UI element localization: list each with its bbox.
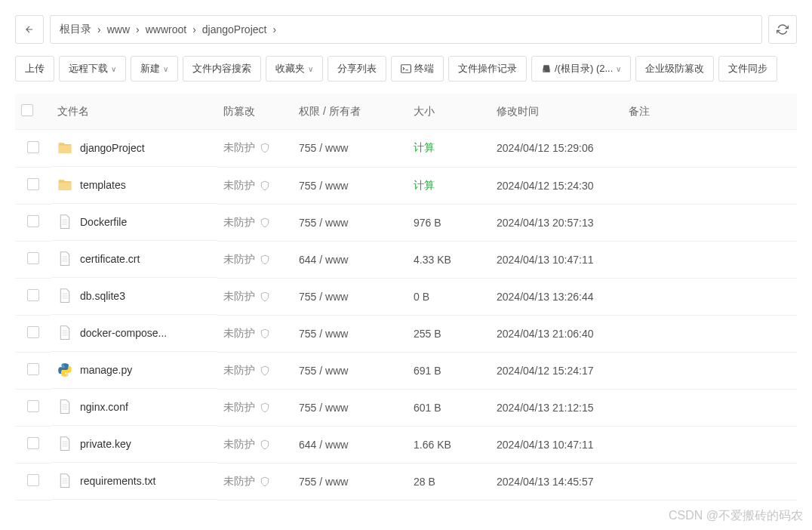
shield-icon[interactable] [260, 476, 270, 487]
permission-cell[interactable]: 644 / www [293, 241, 408, 278]
disk-icon [541, 63, 552, 74]
table-row[interactable]: manage.py未防护755 / www691 B2024/04/12 15:… [15, 352, 797, 389]
row-checkbox[interactable] [27, 400, 39, 412]
col-mtime[interactable]: 修改时间 [491, 94, 623, 130]
file-name[interactable]: manage.py [80, 364, 132, 376]
row-checkbox[interactable] [27, 326, 39, 338]
col-size[interactable]: 大小 [408, 94, 491, 130]
col-remark[interactable]: 备注 [623, 94, 797, 130]
table-row[interactable]: certificate.crt未防护644 / www4.33 KB2024/0… [15, 241, 797, 278]
protect-status: 未防护 [223, 216, 255, 230]
table-row[interactable]: requirements.txt未防护755 / www28 B2024/04/… [15, 463, 797, 500]
shield-icon[interactable] [260, 217, 270, 228]
table-row[interactable]: nginx.conf未防护755 / www601 B2024/04/13 21… [15, 389, 797, 426]
remark-cell[interactable] [623, 426, 797, 463]
breadcrumb-item[interactable]: wwwroot [146, 23, 186, 35]
table-row[interactable]: private.key未防护644 / www1.66 KB2024/04/13… [15, 426, 797, 463]
file-name[interactable]: djangoProject [80, 142, 145, 154]
shield-icon[interactable] [260, 439, 270, 450]
row-checkbox[interactable] [27, 474, 39, 486]
protect-status: 未防护 [223, 475, 255, 488]
protect-status: 未防护 [223, 327, 255, 340]
file-sync-button[interactable]: 文件同步 [718, 56, 777, 82]
permission-cell[interactable]: 755 / www [293, 352, 408, 389]
share-list-button[interactable]: 分享列表 [328, 56, 386, 82]
permission-cell[interactable]: 644 / www [293, 426, 408, 463]
chevron-down-icon: ∨ [616, 65, 621, 73]
back-button[interactable] [15, 15, 44, 44]
remark-cell[interactable] [623, 389, 797, 426]
table-row[interactable]: templates未防护755 / www计算2024/04/12 15:24:… [15, 167, 797, 204]
size-cell[interactable]: 计算 [414, 141, 435, 153]
protect-status: 未防护 [223, 290, 255, 304]
chevron-down-icon: ∨ [111, 65, 116, 73]
shield-icon[interactable] [260, 254, 270, 265]
row-checkbox[interactable] [27, 141, 39, 153]
permission-cell[interactable]: 755 / www [293, 315, 408, 352]
table-row[interactable]: docker-compose...未防护755 / www255 B2024/0… [15, 315, 797, 352]
size-cell: 601 B [414, 402, 441, 414]
breadcrumb-item[interactable]: www [107, 23, 130, 35]
new-button[interactable]: 新建∨ [131, 56, 178, 82]
file-icon [57, 473, 72, 488]
row-checkbox[interactable] [27, 252, 39, 264]
col-permission[interactable]: 权限 / 所有者 [293, 94, 408, 130]
remote-download-button[interactable]: 远程下载∨ [59, 56, 126, 82]
terminal-button[interactable]: 终端 [391, 56, 444, 82]
protect-status: 未防护 [223, 364, 255, 377]
content-search-button[interactable]: 文件内容搜索 [183, 56, 261, 82]
col-protect[interactable]: 防篡改 [217, 94, 293, 130]
remark-cell[interactable] [623, 241, 797, 278]
root-path-button[interactable]: /(根目录) (2...∨ [531, 56, 631, 82]
row-checkbox[interactable] [27, 363, 39, 375]
file-name[interactable]: private.key [80, 438, 131, 450]
remark-cell[interactable] [623, 204, 797, 241]
shield-icon[interactable] [260, 365, 270, 376]
shield-icon[interactable] [260, 402, 270, 413]
table-row[interactable]: djangoProject未防护755 / www计算2024/04/12 15… [15, 130, 797, 168]
remark-cell[interactable] [623, 463, 797, 500]
row-checkbox[interactable] [27, 178, 39, 190]
col-name[interactable]: 文件名 [51, 94, 217, 130]
size-cell[interactable]: 计算 [414, 179, 435, 191]
table-row[interactable]: db.sqlite3未防护755 / www0 B2024/04/13 13:2… [15, 278, 797, 315]
remark-cell[interactable] [623, 352, 797, 389]
permission-cell[interactable]: 755 / www [293, 278, 408, 315]
shield-icon[interactable] [260, 143, 270, 153]
file-name[interactable]: docker-compose... [80, 327, 167, 339]
remark-cell[interactable] [623, 278, 797, 315]
chevron-down-icon: ∨ [308, 65, 313, 73]
breadcrumb-item[interactable]: 根目录 [60, 23, 91, 36]
row-checkbox[interactable] [27, 437, 39, 449]
breadcrumb-item[interactable]: djangoProject [202, 23, 267, 35]
remark-cell[interactable] [623, 130, 797, 168]
permission-cell[interactable]: 755 / www [293, 463, 408, 500]
remark-cell[interactable] [623, 167, 797, 204]
file-op-log-button[interactable]: 文件操作记录 [448, 56, 527, 82]
remark-cell[interactable] [623, 315, 797, 352]
file-name[interactable]: requirements.txt [80, 475, 155, 487]
file-name[interactable]: templates [80, 179, 126, 191]
shield-icon[interactable] [260, 291, 270, 302]
select-all-checkbox[interactable] [21, 104, 33, 116]
chevron-right-icon: › [192, 23, 196, 35]
refresh-button[interactable] [768, 15, 797, 44]
shield-icon[interactable] [260, 180, 270, 191]
table-row[interactable]: Dockerfile未防护755 / www976 B2024/04/13 20… [15, 204, 797, 241]
permission-cell[interactable]: 755 / www [293, 167, 408, 204]
chevron-right-icon: › [136, 23, 140, 35]
file-name[interactable]: db.sqlite3 [80, 290, 125, 302]
upload-button[interactable]: 上传 [15, 56, 54, 82]
favorites-button[interactable]: 收藏夹∨ [266, 56, 323, 82]
row-checkbox[interactable] [27, 215, 39, 227]
permission-cell[interactable]: 755 / www [293, 204, 408, 241]
enterprise-protect-button[interactable]: 企业级防篡改 [635, 56, 714, 82]
file-name[interactable]: nginx.conf [80, 401, 128, 413]
file-name[interactable]: certificate.crt [80, 253, 140, 265]
row-checkbox[interactable] [27, 289, 39, 301]
permission-cell[interactable]: 755 / www [293, 389, 408, 426]
shield-icon[interactable] [260, 328, 270, 339]
breadcrumb[interactable]: 根目录› www› wwwroot› djangoProject› [50, 15, 762, 44]
permission-cell[interactable]: 755 / www [293, 130, 408, 168]
file-name[interactable]: Dockerfile [80, 216, 127, 228]
